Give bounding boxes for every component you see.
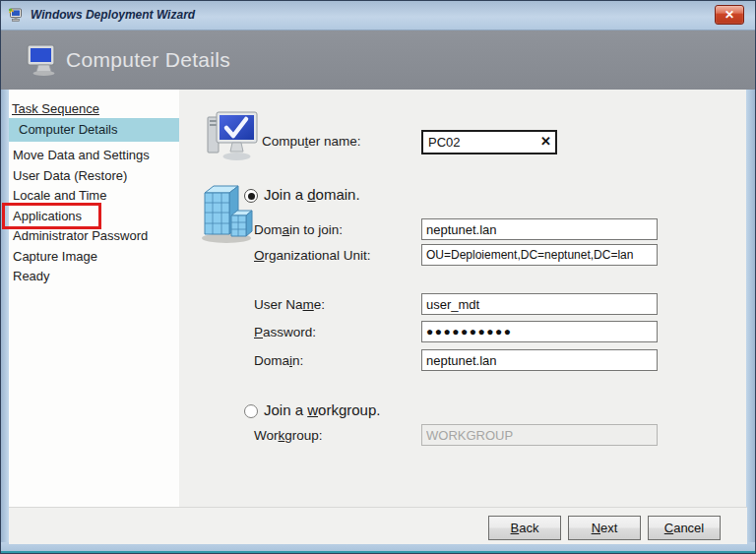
cancel-button[interactable]: Cancel (648, 516, 721, 540)
sidebar-item-user-data[interactable]: User Data (Restore) (13, 168, 127, 183)
join-workgroup-label[interactable]: Join a workgroup. (264, 401, 380, 418)
close-button[interactable]: ✕ (715, 5, 744, 25)
computer-name-label: Computer name: (262, 134, 361, 149)
domain-to-join-input[interactable] (421, 218, 658, 240)
computer-name-input[interactable] (421, 130, 557, 154)
join-domain-label[interactable]: Join a domain. (264, 186, 360, 203)
sidebar-item-move-data[interactable]: Move Data and Settings (13, 148, 150, 162)
window-frame-right (745, 90, 755, 553)
app-icon (8, 7, 25, 24)
sidebar-item-task-sequence[interactable]: Task Sequence (12, 101, 99, 116)
page-title: Computer Details (66, 31, 230, 90)
titlebar[interactable]: Windows Deployment Wizard ✕ (1, 1, 755, 31)
sidebar-item-computer-details[interactable]: Computer Details (9, 118, 179, 142)
domain-input[interactable] (421, 349, 658, 371)
next-button[interactable]: Next (568, 516, 641, 540)
computer-check-icon (206, 108, 261, 165)
sidebar-item-applications[interactable]: Applications (13, 209, 82, 223)
domain-label: Domain: (254, 353, 303, 368)
sidebar-item-locale-time[interactable]: Locale and Time (13, 188, 106, 203)
computer-details-form: Computer name: ✕ Join a domain. Domain t… (179, 90, 746, 507)
password-input[interactable] (421, 321, 658, 342)
organizational-unit-input[interactable] (421, 244, 658, 266)
wizard-steps-sidebar: Task Sequence Computer Details Move Data… (9, 90, 179, 507)
domain-to-join-label: Domain to join: (254, 222, 343, 237)
sidebar-item-capture-image[interactable]: Capture Image (13, 249, 97, 264)
join-workgroup-radio[interactable] (244, 404, 258, 418)
join-domain-radio[interactable] (244, 189, 258, 203)
footer-bar: Back Next Cancel (9, 507, 747, 544)
back-button[interactable]: Back (488, 516, 561, 540)
organizational-unit-label: Organizational Unit: (254, 248, 371, 263)
user-name-label: User Name: (254, 297, 325, 312)
window-title: Windows Deployment Wizard (31, 1, 195, 30)
workgroup-label: Workgroup: (254, 428, 323, 443)
sidebar-item-admin-password[interactable]: Administrator Password (13, 228, 148, 243)
computer-icon (27, 44, 62, 77)
user-name-input[interactable] (421, 293, 658, 315)
password-label: Password: (254, 325, 316, 339)
workgroup-input (421, 424, 658, 446)
page-header: Computer Details (1, 31, 755, 90)
window-frame-left (1, 90, 9, 553)
computer-name-wrap: ✕ (421, 130, 557, 154)
domain-servers-icon (197, 178, 254, 245)
sidebar-item-ready[interactable]: Ready (13, 269, 50, 283)
clear-input-icon[interactable]: ✕ (540, 134, 551, 150)
wizard-window: Windows Deployment Wizard ✕ Computer Det… (0, 0, 756, 554)
